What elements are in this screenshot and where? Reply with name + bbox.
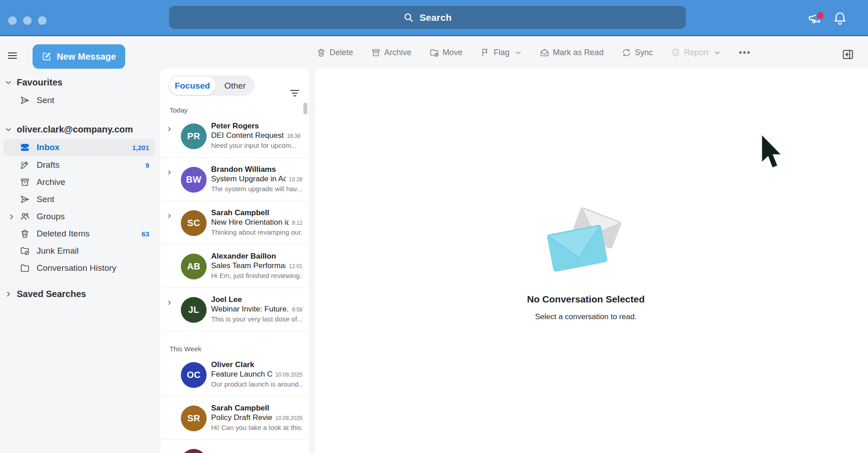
email-subject: Webinar Invite: Future... xyxy=(211,304,289,314)
favourites-section-header[interactable]: Favourites xyxy=(0,73,160,91)
sidebar-item-label: Sent xyxy=(37,194,54,204)
list-scrollbar-thumb[interactable] xyxy=(303,103,307,114)
sidebar-item-label: Junk Email xyxy=(37,246,79,256)
sidebar-item-sent[interactable]: Sent xyxy=(0,191,160,208)
avatar-initials: OC xyxy=(187,370,201,380)
flag-button[interactable]: Flag xyxy=(481,48,522,57)
sidebar-item-label: Deleted Items xyxy=(37,229,90,239)
empty-state-title: No Conversation Selected xyxy=(491,294,681,305)
email-preview: Hi Em, just finished reviewing... xyxy=(211,271,302,280)
top-bar: Search xyxy=(0,0,868,36)
inbox-icon xyxy=(20,142,30,152)
expand-chevron-icon[interactable] xyxy=(166,300,172,306)
avatar-initials: SR xyxy=(187,413,200,424)
saved-searches-section-header[interactable]: Saved Searches xyxy=(0,285,160,303)
sidebar-item-conversation-history[interactable]: Conversation History xyxy=(0,260,160,277)
count-badge: 63 xyxy=(142,230,149,238)
avatar: PR xyxy=(181,123,207,149)
sync-label: Sync xyxy=(635,48,653,57)
expand-chevron-icon[interactable] xyxy=(166,126,172,132)
bell-icon[interactable] xyxy=(832,10,848,26)
report-shield-icon xyxy=(671,48,680,57)
new-message-button[interactable]: New Message xyxy=(33,44,125,69)
send-icon xyxy=(20,95,30,105)
more-actions-button[interactable]: ••• xyxy=(739,47,751,58)
email-preview: This is your very last dose of... xyxy=(211,315,302,324)
mark-as-read-button[interactable]: Mark as Read xyxy=(540,48,604,57)
sidebar-item-favourite-sent[interactable]: Sent xyxy=(0,91,160,109)
trash-icon xyxy=(316,48,326,57)
avatar: JL xyxy=(181,297,207,323)
delete-label: Delete xyxy=(330,48,353,57)
email-date: 10.09.2025 xyxy=(275,414,302,423)
account-section-header[interactable]: oliver.clark@company.com xyxy=(0,120,160,138)
sync-button[interactable]: Sync xyxy=(622,48,653,57)
groups-people-icon xyxy=(20,212,30,222)
chevron-right-icon xyxy=(5,291,12,297)
archive-label: Archive xyxy=(384,48,411,57)
chevron-down-icon[interactable] xyxy=(714,49,721,56)
filter-icon[interactable] xyxy=(289,89,300,98)
archive-icon xyxy=(20,177,30,187)
move-button[interactable]: Move xyxy=(429,48,462,57)
delete-button[interactable]: Delete xyxy=(316,48,353,57)
email-preview: The system upgrade will hav... xyxy=(211,184,302,193)
hamburger-menu-icon[interactable] xyxy=(6,50,19,61)
move-label: Move xyxy=(443,48,462,57)
envelope-icon xyxy=(540,48,549,57)
email-row[interactable]: AB Alexander Baillon Sales Team Performa… xyxy=(160,245,309,288)
email-row[interactable]: BW Brandon Williams System Upgrade in Ac… xyxy=(160,158,309,201)
sidebar-item-archive[interactable]: Archive xyxy=(0,174,160,191)
notification-badge xyxy=(816,11,825,20)
window-control-dot[interactable] xyxy=(38,16,47,25)
avatar: SC xyxy=(181,210,207,236)
email-preview: Our product launch is around... xyxy=(211,380,302,389)
email-row[interactable]: SC Sarah Campbell New Hire Orientation i… xyxy=(160,201,309,245)
email-time: 9:12 xyxy=(292,218,302,228)
email-time: 15:28 xyxy=(289,175,302,184)
compose-icon xyxy=(42,52,52,61)
sidebar-item-label: Groups xyxy=(37,212,65,222)
saved-searches-label: Saved Searches xyxy=(17,289,86,299)
sidebar-item-deleted-items[interactable]: Deleted Items 63 xyxy=(0,225,160,242)
send-icon xyxy=(20,194,30,204)
tab-other[interactable]: Other xyxy=(216,76,255,96)
sidebar-item-inbox[interactable]: Inbox 1,201 xyxy=(0,138,160,156)
sidebar-item-label: Inbox xyxy=(37,142,60,152)
mark-as-read-label: Mark as Read xyxy=(553,48,604,57)
email-row[interactable]: PR Peter Rogers DEI Content Request 16:3… xyxy=(160,114,309,158)
avatar xyxy=(181,449,207,453)
collapse-reading-pane-icon[interactable] xyxy=(842,48,854,61)
report-label: Report xyxy=(684,48,708,57)
sidebar-item-groups[interactable]: Groups xyxy=(0,208,160,225)
chevron-down-icon[interactable] xyxy=(515,49,522,56)
expand-chevron-icon[interactable] xyxy=(166,213,172,219)
message-list-pane: Focused Other Today PR Peter Rogers DEI … xyxy=(160,69,309,453)
archive-button[interactable]: Archive xyxy=(371,48,411,57)
avatar-initials: BW xyxy=(186,175,202,185)
window-control-dot[interactable] xyxy=(8,16,17,25)
window-control-dot[interactable] xyxy=(23,16,32,25)
sidebar-item-drafts[interactable]: Drafts 9 xyxy=(0,156,160,174)
avatar: BW xyxy=(181,167,207,193)
email-row[interactable]: OC Oliver Clark Feature Launch Cou... 10… xyxy=(160,353,309,396)
email-row[interactable]: JL Joel Lee Webinar Invite: Future... 9:… xyxy=(160,288,309,331)
report-button[interactable]: Report xyxy=(671,48,721,57)
tab-focused[interactable]: Focused xyxy=(169,76,216,95)
email-row-partial[interactable] xyxy=(160,440,309,453)
email-row[interactable]: SR Sarah Campbell Policy Draft Review...… xyxy=(160,396,309,440)
new-message-label: New Message xyxy=(57,52,116,62)
search-placeholder: Search xyxy=(420,12,452,23)
junk-folder-icon xyxy=(20,246,30,256)
sender-name: Alexander Baillon xyxy=(211,251,302,261)
email-preview: Hi! Can you take a look at this... xyxy=(211,423,302,432)
search-input[interactable]: Search xyxy=(169,6,686,29)
avatar-initials: AB xyxy=(187,261,201,272)
email-time: 12:01 xyxy=(289,262,302,271)
email-subject: Feature Launch Cou... xyxy=(211,369,272,379)
expand-chevron-icon[interactable] xyxy=(166,170,172,175)
avatar: AB xyxy=(181,254,207,279)
sidebar-item-label: Archive xyxy=(37,177,65,187)
sidebar-item-label: Conversation History xyxy=(37,263,116,273)
sidebar-item-junk-email[interactable]: Junk Email xyxy=(0,242,160,260)
